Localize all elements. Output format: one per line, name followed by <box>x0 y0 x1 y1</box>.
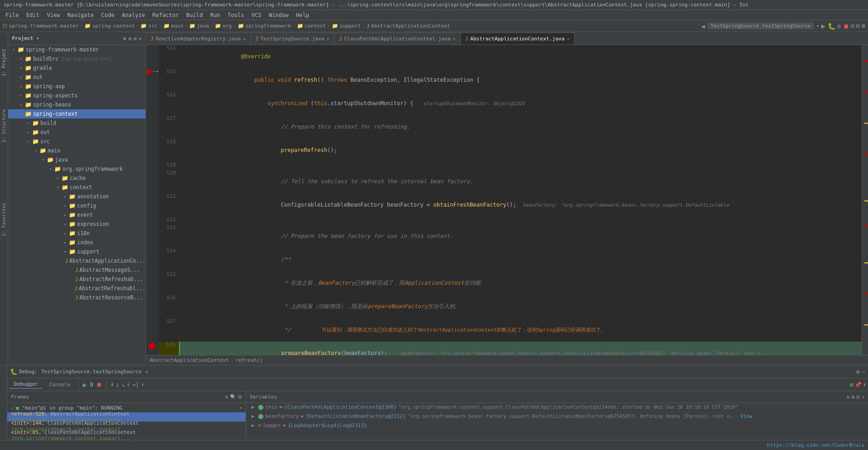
menu-item-navigate[interactable]: Navigate <box>64 11 98 19</box>
breadcrumb-context[interactable]: context <box>305 23 326 29</box>
menu-item-code[interactable]: Code <box>98 11 118 19</box>
debug-force-step-btn[interactable]: ↘ <box>121 381 125 388</box>
tree-item-support[interactable]: ▾ 📁 support <box>8 247 146 256</box>
tree-item-spring-beans[interactable]: ▸ 📁 spring-beans <box>8 100 146 109</box>
tree-item-gradle[interactable]: ▸ 📁 gradle <box>8 63 146 73</box>
tree-item-spring-aspects[interactable]: ▸ 📁 spring-aspects <box>8 91 146 100</box>
tab-close-testspring[interactable]: ✕ <box>327 36 330 41</box>
vtab-project[interactable]: 1: Project <box>0 46 7 79</box>
frames-copy-btn[interactable]: ⧉ <box>238 394 242 400</box>
tab-reactive-adapter[interactable]: J ReactiveAdapterRegistry.java ✕ <box>146 33 251 45</box>
frames-filter-btn[interactable]: 🔍 <box>230 394 236 400</box>
debug-expand-btn[interactable]: ⬆ <box>863 382 866 388</box>
menu-item-build[interactable]: Build <box>183 11 207 19</box>
var-view-btn-beanfactory[interactable]: View <box>740 413 753 419</box>
code-breadcrumb-method[interactable]: refresh() <box>235 357 263 363</box>
frame-dropdown-main[interactable]: ▾ <box>239 405 242 411</box>
debug-restore-layout-btn[interactable]: ⊞ <box>850 382 853 388</box>
tab-abstract-app-ctx[interactable]: J AbstractApplicationContext.java ✕ <box>461 33 575 45</box>
menu-item-file[interactable]: File <box>2 11 22 19</box>
menu-item-window[interactable]: Window <box>265 11 292 19</box>
run-back-btn[interactable]: ◀ <box>701 22 705 30</box>
debug-settings-btn[interactable]: ⚙ <box>856 368 860 375</box>
var-item-logger[interactable]: ▶ ∞ logger = {LogAdapter$Log4jLog@2313} <box>246 422 868 431</box>
sidebar-close-btn[interactable]: ✕ <box>139 35 142 42</box>
tree-item-spring-aop[interactable]: ▸ 📁 spring-aop <box>8 82 146 91</box>
debug-run-to-cursor-btn[interactable]: →| <box>132 381 140 388</box>
menu-item-tools[interactable]: Tools <box>224 11 248 19</box>
toolbar-icon3[interactable]: ⊞ <box>862 22 865 29</box>
sidebar-settings-btn[interactable]: ⚙ <box>134 35 137 42</box>
tree-item-expression[interactable]: ▸ 📁 expression <box>8 219 146 229</box>
var-arrow-this[interactable]: ▶ <box>250 404 256 410</box>
frame-item-init85[interactable]: <init>:85, ClassPathXmlApplicationContex… <box>7 431 246 440</box>
breadcrumb-java[interactable]: java <box>197 23 209 29</box>
run-dropdown-arrow[interactable]: ▾ <box>816 23 819 29</box>
breadcrumb-spring-context[interactable]: spring-context <box>92 23 135 29</box>
breadcrumb-abstract-app-context[interactable]: AbstractApplicationContext <box>371 23 450 29</box>
vars-show-refs-btn[interactable]: ↗ <box>861 394 864 400</box>
var-arrow-logger[interactable]: ▶ <box>250 422 256 428</box>
menu-item-refactor[interactable]: Refactor <box>149 11 183 19</box>
tab-close-classpath[interactable]: ✕ <box>453 36 455 41</box>
run-coverage-btn[interactable]: ◎ <box>837 22 841 29</box>
frames-sort-btn[interactable]: ⇅ <box>225 394 228 400</box>
toolbar-icon2[interactable]: ⊟ <box>856 22 860 29</box>
tree-item-context[interactable]: ▾ 📁 context <box>8 183 146 192</box>
debug-close-btn[interactable]: ✕ <box>145 369 148 375</box>
tree-item-config[interactable]: ▸ 📁 config <box>8 201 146 210</box>
tree-item-root[interactable]: ▾ 📁 spring-framework-master <box>8 45 146 54</box>
debug-step-over-btn[interactable]: ⬇ <box>110 381 114 388</box>
tree-item-index[interactable]: ▸ 📁 index <box>8 238 146 247</box>
tree-item-src[interactable]: ▾ 📁 src <box>8 137 146 146</box>
tab-testspring[interactable]: J TestSpringSource.java ✕ <box>251 33 335 45</box>
menu-item-vcs[interactable]: VCS <box>248 11 265 19</box>
tree-item-event[interactable]: ▸ 📁 event <box>8 210 146 219</box>
var-arrow-beanfactory[interactable]: ▶ <box>250 413 256 419</box>
breakpoint-528[interactable]: ⬤ <box>148 342 156 349</box>
toolbar-icon1[interactable]: ⊡ <box>851 22 855 29</box>
vars-sort-btn[interactable]: ⇅ <box>847 394 850 400</box>
vtab-favorites[interactable]: 2: Favorites <box>0 200 7 239</box>
breadcrumb-src[interactable]: src <box>148 23 157 29</box>
vars-collapse-all-btn[interactable]: ⊟ <box>857 394 860 400</box>
var-item-this[interactable]: ▶ ⬤ this = {ClassPathXmlApplicationConte… <box>246 403 868 412</box>
debug-tab-console[interactable]: Console <box>45 381 75 388</box>
breadcrumb-support[interactable]: support <box>340 23 361 29</box>
menu-item-view[interactable]: View <box>43 11 64 19</box>
debug-stop-btn[interactable]: ⏹ <box>96 381 102 388</box>
breadcrumb-org[interactable]: org <box>223 23 232 29</box>
debug-tab-debugger[interactable]: Debugger <box>9 380 43 389</box>
breadcrumb-springframework[interactable]: springframework <box>246 23 291 29</box>
vars-expand-all-btn[interactable]: ⊞ <box>851 394 855 400</box>
tree-item-spring-context[interactable]: ▾ 📁 spring-context <box>8 109 146 118</box>
tree-item-main[interactable]: ▾ 📁 main <box>8 146 146 155</box>
breadcrumb-spring-framework[interactable]: spring-framework-master <box>9 23 78 29</box>
tree-item-out[interactable]: ▸ 📁 out <box>8 73 146 82</box>
debug-pin-btn[interactable]: 📌 <box>855 382 862 388</box>
tree-item-abstract-resource[interactable]: J AbstractResourceB... <box>8 293 146 302</box>
sidebar-locate-btn[interactable]: ⊕ <box>123 35 126 42</box>
tree-item-java[interactable]: ▾ 📁 java <box>8 155 146 164</box>
status-url[interactable]: https://blog.csdn.net/CoderBruis <box>767 442 864 448</box>
debug-eval-btn[interactable]: ⚡ <box>141 381 145 388</box>
tab-close-reactive[interactable]: ✕ <box>243 36 246 41</box>
tree-item-annotation[interactable]: ▸ 📁 annotation <box>8 192 146 201</box>
vtab-structure[interactable]: 2: Structure <box>0 107 7 145</box>
run-config-label[interactable]: TestSpringSource.testSpringSource <box>707 22 815 29</box>
tree-item-build[interactable]: ▸ 📁 build <box>8 118 146 128</box>
tab-classpathxml[interactable]: J ClassPathXmlApplicationContext.java ✕ <box>335 33 461 45</box>
tree-item-abstract-app-ctx[interactable]: J AbstractApplicationCo... <box>8 256 146 265</box>
tree-item-abstract-msg[interactable]: J AbstractMessageS... <box>8 265 146 275</box>
menu-item-help[interactable]: Help <box>292 11 313 19</box>
debug-resume-btn[interactable]: ▶ <box>83 381 87 389</box>
debug-pause-btn[interactable]: ⏸ <box>89 381 95 388</box>
tree-item-abstract-refresh2[interactable]: J AbstractRefreshabl... <box>8 284 146 293</box>
menu-item-analyze[interactable]: Analyze <box>118 11 149 19</box>
run-play-btn[interactable]: ▶ <box>821 22 826 30</box>
tree-item-i18n[interactable]: ▸ 📁 i18n <box>8 229 146 238</box>
code-breadcrumb-class[interactable]: AbstractApplicationContext <box>150 357 229 363</box>
tree-item-cache[interactable]: ▸ 📁 cache <box>8 174 146 183</box>
tab-close-abstract[interactable]: ✕ <box>567 36 570 41</box>
breadcrumb-main[interactable]: main <box>171 23 184 29</box>
